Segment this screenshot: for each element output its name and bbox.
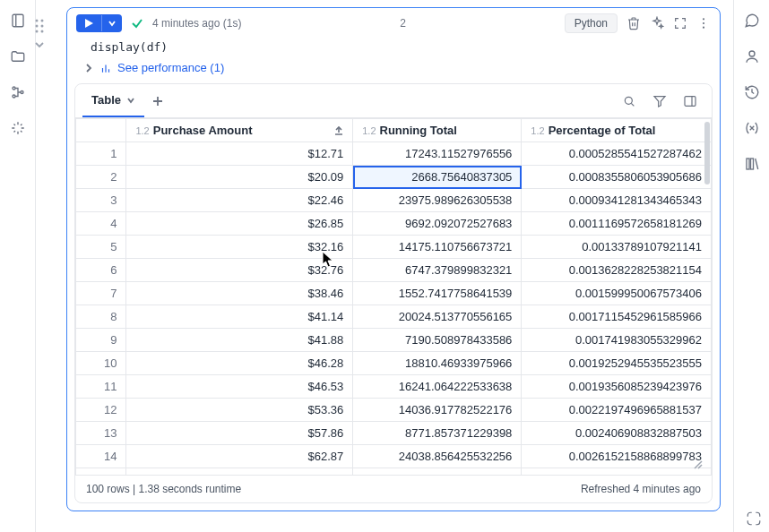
cell-purchase-amount[interactable]: $46.53	[126, 375, 353, 399]
cell-running-total[interactable]: 23975.989626305538	[353, 189, 522, 212]
cell-purchase-amount[interactable]: $22.46	[126, 189, 353, 212]
cell-running-total[interactable]: 2668.75640837305	[353, 166, 522, 189]
cell-purchase-amount[interactable]: $62.87	[126, 445, 353, 468]
table-row[interactable]: 14$62.8724038.8564255322560.002615215886…	[76, 445, 712, 468]
table-row[interactable]: 12$53.3614036.9177825221760.002219749696…	[76, 399, 712, 422]
row-number[interactable]: 11	[76, 375, 126, 399]
chevron-down-icon[interactable]	[126, 96, 135, 105]
cell-running-total[interactable]: 16241.064222533638	[353, 375, 522, 399]
column-header-purchase-amount[interactable]: 1.2Purchase Amount	[126, 119, 353, 142]
code-editor[interactable]: display(df)	[67, 39, 720, 57]
library-icon[interactable]	[744, 156, 760, 172]
table-row[interactable]: 2$20.092668.756408373050.000835580605390…	[76, 166, 712, 189]
row-number[interactable]: 8	[76, 305, 126, 329]
cell-purchase-amount[interactable]: $32.16	[126, 236, 353, 259]
row-number[interactable]: 10	[76, 352, 126, 375]
cell-percentage-of-total[interactable]: 0.0019356085239423976	[522, 375, 712, 399]
row-number[interactable]: 6	[76, 259, 126, 282]
table-row[interactable]: 1$12.7117243.115279765560.00052855415272…	[76, 142, 712, 166]
chevron-right-icon[interactable]	[83, 63, 94, 73]
cell-purchase-amount[interactable]: $12.71	[126, 142, 353, 166]
cell-running-total[interactable]: 20024.513770556165	[353, 305, 522, 329]
kebab-icon[interactable]	[696, 16, 711, 30]
search-icon[interactable]	[622, 94, 636, 108]
cell-running-total[interactable]: 6747.379899832321	[353, 259, 522, 282]
table-row[interactable]: 9$41.887190.5089784335860.00174198305532…	[76, 329, 712, 352]
folder-icon[interactable]	[10, 48, 26, 64]
keyboard-shortcuts-icon[interactable]	[746, 511, 762, 527]
cell-percentage-of-total[interactable]: 0.0005285541527287462	[522, 142, 712, 166]
cell-purchase-amount[interactable]: $26.85	[126, 212, 353, 236]
table-row[interactable]: 13$57.868771.8573712293980.0024069088328…	[76, 422, 712, 445]
notebook-icon[interactable]	[10, 13, 26, 29]
cell-percentage-of-total[interactable]: 0.0011169572658181269	[522, 212, 712, 236]
cell-purchase-amount[interactable]: $38.46	[126, 282, 353, 305]
cell-percentage-of-total[interactable]: 0.0013628228253821154	[522, 259, 712, 282]
vertical-scrollbar[interactable]	[704, 122, 710, 184]
table-row[interactable]: 11$46.5316241.0642225336380.001935608523…	[76, 375, 712, 399]
row-number[interactable]: 14	[76, 445, 126, 468]
table-row[interactable]: 8$41.1420024.5137705561650.0017115452961…	[76, 305, 712, 329]
cell-percentage-of-total[interactable]: 0.002777829277119411	[522, 468, 712, 476]
cell-percentage-of-total[interactable]: 0.0009341281343465343	[522, 189, 712, 212]
sparkle-icon[interactable]	[10, 120, 26, 136]
cell-percentage-of-total[interactable]: 0.001599950067573406	[522, 282, 712, 305]
schema-icon[interactable]	[10, 84, 26, 100]
cell-purchase-amount[interactable]: $46.28	[126, 352, 353, 375]
row-number[interactable]: 1	[76, 142, 126, 166]
row-number[interactable]: 15	[76, 468, 126, 476]
row-number[interactable]: 7	[76, 282, 126, 305]
cell-percentage-of-total[interactable]: 0.0008355806053905686	[522, 166, 712, 189]
cell-running-total[interactable]: 8771.857371229398	[353, 422, 522, 445]
row-number-header[interactable]	[76, 119, 126, 142]
cell-running-total[interactable]: 14036.917782522176	[353, 399, 522, 422]
table-row[interactable]: 3$22.4623975.9896263055380.0009341281343…	[76, 189, 712, 212]
cell-percentage-of-total[interactable]: 0.0017115452961585966	[522, 305, 712, 329]
cell-percentage-of-total[interactable]: 0.001741983055329962	[522, 329, 712, 352]
resize-handle-icon[interactable]	[692, 459, 703, 469]
drag-handle-icon[interactable]	[34, 18, 45, 34]
cell-purchase-amount[interactable]: $53.36	[126, 399, 353, 422]
row-number[interactable]: 4	[76, 212, 126, 236]
run-dropdown-icon[interactable]	[101, 15, 122, 31]
cell-purchase-amount[interactable]: $20.09	[126, 166, 353, 189]
row-number[interactable]: 3	[76, 189, 126, 212]
data-grid[interactable]: 1.2Purchase Amount 1.2Running Total 1.2P…	[75, 118, 712, 475]
sort-asc-icon[interactable]	[333, 124, 345, 137]
expand-icon[interactable]	[673, 16, 687, 30]
row-number[interactable]: 2	[76, 166, 126, 189]
filter-icon[interactable]	[652, 94, 667, 108]
cell-purchase-amount[interactable]: $32.76	[126, 259, 353, 282]
trash-icon[interactable]	[626, 16, 641, 30]
cell-purchase-amount[interactable]: $41.14	[126, 305, 353, 329]
user-icon[interactable]	[744, 48, 760, 64]
history-icon[interactable]	[744, 84, 760, 100]
column-header-running-total[interactable]: 1.2Running Total	[353, 119, 522, 142]
cell-percentage-of-total[interactable]: 0.00133789107921141	[522, 236, 712, 259]
table-row[interactable]: 6$32.766747.3798998323210.00136282282538…	[76, 259, 712, 282]
panel-toggle-icon[interactable]	[683, 94, 697, 108]
see-performance-link[interactable]: See performance (1)	[99, 61, 224, 74]
cell-purchase-amount[interactable]: $41.88	[126, 329, 353, 352]
add-tab-button[interactable]	[144, 88, 171, 115]
variables-icon[interactable]	[744, 120, 760, 136]
cell-running-total[interactable]: 7190.508978433586	[353, 329, 522, 352]
cell-purchase-amount[interactable]: $66.78	[126, 468, 353, 476]
cell-percentage-of-total[interactable]: 0.0022197496965881537	[522, 399, 712, 422]
cell-percentage-of-total[interactable]: 0.0026152158868899783	[522, 445, 712, 468]
row-number[interactable]: 9	[76, 329, 126, 352]
table-row[interactable]: 5$32.1614175.1107566737210.0013378910792…	[76, 236, 712, 259]
collapse-icon[interactable]	[34, 39, 45, 50]
cell-percentage-of-total[interactable]: 0.002406908832887503	[522, 422, 712, 445]
ai-sparkle-icon[interactable]	[650, 16, 664, 30]
cell-running-total[interactable]: 1552.7417758641539	[353, 282, 522, 305]
cell-running-total[interactable]: 19062.893385913667	[353, 468, 522, 476]
run-button[interactable]	[76, 14, 122, 32]
cell-running-total[interactable]: 17243.11527976556	[353, 142, 522, 166]
cell-purchase-amount[interactable]: $57.86	[126, 422, 353, 445]
cell-running-total[interactable]: 18810.46933975966	[353, 352, 522, 375]
table-row[interactable]: 10$46.2818810.469339759660.0019252945535…	[76, 352, 712, 375]
table-row[interactable]: 15$66.7819062.8933859136670.002777829277…	[76, 468, 712, 476]
cell-running-total[interactable]: 9692.092072527683	[353, 212, 522, 236]
row-number[interactable]: 13	[76, 422, 126, 445]
